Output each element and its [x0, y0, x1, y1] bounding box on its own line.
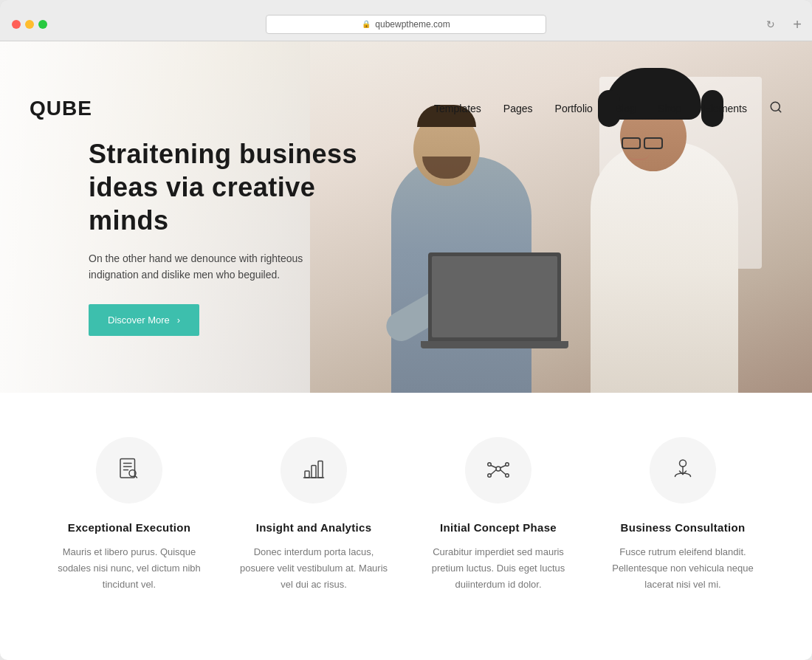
minimize-dot[interactable]: [25, 20, 34, 29]
cta-label: Discover More: [108, 314, 170, 326]
feature-item-execution: Exceptional Execution Mauris et libero p…: [37, 437, 221, 593]
maximize-dot[interactable]: [38, 20, 47, 29]
hero-content: Straitening business ideas via creative …: [89, 137, 399, 336]
nav-portfolio[interactable]: Portfolio: [555, 103, 593, 114]
feature-title-4: Business Consultation: [605, 521, 760, 534]
bar-chart-icon: [300, 456, 327, 485]
hero-section: QUBE Templates Pages Portfolio Blog Shop…: [0, 41, 812, 393]
svg-line-19: [491, 470, 496, 475]
svg-line-17: [491, 466, 496, 468]
refresh-button[interactable]: ↻: [766, 18, 775, 30]
svg-line-7: [135, 475, 137, 478]
svg-rect-9: [312, 466, 316, 478]
features-section: Exceptional Execution Mauris et libero p…: [0, 393, 812, 622]
browser-chrome: 🔒 qubewptheme.com ↻ +: [0, 0, 812, 41]
url-text: qubewptheme.com: [375, 19, 450, 30]
hero-title: Straitening business ideas via creative …: [89, 137, 399, 237]
feature-icon-wrap-3: [465, 437, 531, 503]
browser-dots: [0, 20, 47, 29]
feature-item-consultation: Business Consultation Fusce rutrum eleif…: [591, 437, 775, 593]
feature-icon-wrap-1: [96, 437, 162, 503]
nav-pages[interactable]: Pages: [503, 103, 533, 114]
svg-point-21: [680, 460, 687, 467]
nav-blog[interactable]: Blog: [615, 103, 636, 114]
svg-line-20: [500, 470, 506, 475]
feature-desc-4: Fusce rutrum eleifend blandit. Pellentes…: [605, 544, 760, 593]
feature-desc-2: Donec interdum porta lacus, posuere veli…: [236, 544, 391, 593]
svg-rect-10: [318, 461, 323, 478]
feature-item-concept: Initial Concept Phase Curabitur imperdie…: [406, 437, 591, 593]
site-logo: QUBE: [30, 97, 92, 120]
document-search-icon: [116, 456, 142, 485]
svg-rect-2: [120, 459, 135, 478]
feature-icon-wrap-4: [650, 437, 716, 503]
feature-desc-1: Mauris et libero purus. Quisque sodales …: [52, 544, 207, 593]
feature-desc-3: Curabitur imperdiet sed mauris pretium l…: [421, 544, 576, 593]
search-icon[interactable]: [769, 100, 782, 117]
feature-title-3: Initial Concept Phase: [421, 521, 576, 534]
new-tab-button[interactable]: +: [793, 17, 802, 32]
svg-line-1: [778, 109, 780, 111]
feature-title-1: Exceptional Execution: [52, 521, 207, 534]
feature-title-2: Insight and Analytics: [236, 521, 391, 534]
discover-more-button[interactable]: Discover More ›: [89, 304, 199, 336]
network-icon: [485, 456, 512, 485]
nav-shop[interactable]: Shop: [658, 103, 682, 114]
nav-templates[interactable]: Templates: [434, 103, 481, 114]
address-bar[interactable]: 🔒 qubewptheme.com: [266, 15, 546, 34]
website-content: QUBE Templates Pages Portfolio Blog Shop…: [0, 41, 812, 660]
svg-line-18: [500, 466, 506, 468]
svg-point-12: [496, 467, 500, 471]
feature-item-analytics: Insight and Analytics Donec interdum por…: [221, 437, 406, 593]
hero-subtitle: On the other hand we denounce with right…: [89, 250, 310, 283]
lock-icon: 🔒: [362, 20, 371, 28]
nav-links: Templates Pages Portfolio Blog Shop Elem…: [434, 100, 782, 117]
browser-window: 🔒 qubewptheme.com ↻ +: [0, 0, 812, 660]
arrow-right-icon: ›: [177, 314, 180, 326]
consultation-icon: [670, 456, 696, 485]
navigation: QUBE Templates Pages Portfolio Blog Shop…: [30, 83, 782, 134]
svg-rect-8: [305, 471, 309, 478]
close-dot[interactable]: [12, 20, 21, 29]
feature-icon-wrap-2: [281, 437, 347, 503]
nav-elements[interactable]: Elements: [704, 103, 747, 114]
